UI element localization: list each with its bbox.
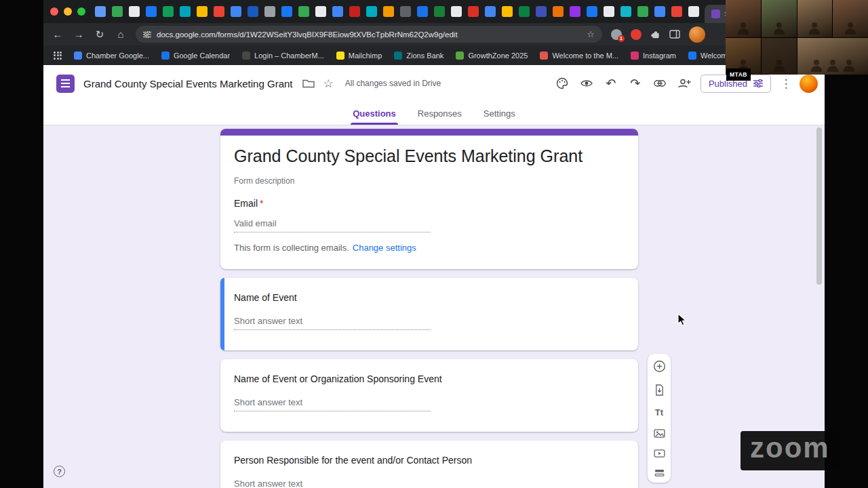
tab-settings[interactable]: Settings <box>475 102 524 125</box>
theme-palette-icon[interactable] <box>550 72 574 95</box>
tab-favicon[interactable] <box>400 6 411 17</box>
question-card[interactable]: Name of Event or Organization Sponsoring… <box>220 359 638 432</box>
bookmark-item[interactable]: Zions Bank <box>394 52 443 60</box>
site-settings-icon[interactable] <box>143 31 151 38</box>
reload-icon[interactable]: ↻ <box>94 28 106 41</box>
tab-favicon[interactable] <box>163 6 174 17</box>
tab-favicon[interactable] <box>146 6 157 17</box>
tab-favicon[interactable] <box>383 6 394 17</box>
tab-favicon[interactable] <box>298 6 309 17</box>
tab-favicon[interactable] <box>214 6 224 17</box>
tab-favicon[interactable] <box>434 6 445 17</box>
tab-favicon[interactable] <box>417 6 428 17</box>
short-answer-field[interactable]: Short answer text <box>234 397 431 411</box>
extension-icon[interactable]: 1 <box>611 29 622 40</box>
form-title[interactable]: Grand County Special Events Marketing Gr… <box>234 146 622 166</box>
tab-favicon[interactable] <box>180 6 191 17</box>
question-card[interactable]: Person Responsible for the event and/or … <box>220 441 638 488</box>
tab-favicon[interactable] <box>281 6 292 17</box>
add-collaborators-icon[interactable] <box>672 72 696 95</box>
tab-favicon[interactable] <box>349 6 360 17</box>
back-icon[interactable]: ← <box>52 28 64 40</box>
forms-logo-icon[interactable] <box>56 75 75 93</box>
question-label[interactable]: Person Responsible for the event and/or … <box>234 455 622 466</box>
video-tile[interactable] <box>762 0 797 37</box>
tab-favicon[interactable] <box>570 6 580 17</box>
short-answer-field[interactable]: Short answer text <box>234 479 431 488</box>
forward-icon[interactable]: → <box>73 28 85 40</box>
address-bar[interactable]: docs.google.com/forms/d/1W22WSeitY3lvqBI… <box>136 26 602 43</box>
bookmark-item[interactable]: GrowthZone 2025 <box>456 52 528 60</box>
question-card[interactable]: Name of Event Short answer text <box>220 278 638 350</box>
copy-link-icon[interactable] <box>648 72 672 95</box>
video-tile[interactable] <box>833 0 868 37</box>
tab-favicon[interactable] <box>502 6 513 17</box>
tab-favicon[interactable] <box>604 6 614 17</box>
url-text[interactable]: docs.google.com/forms/d/1W22WSeitY3lvqBI… <box>157 30 581 39</box>
extensions-puzzle-icon[interactable] <box>650 29 660 39</box>
bookmark-item[interactable]: Welcome to the M... <box>540 52 618 60</box>
tab-favicon[interactable] <box>264 6 275 17</box>
maximize-window-button[interactable] <box>77 7 85 16</box>
add-question-icon[interactable] <box>653 360 666 373</box>
bookmark-item[interactable]: Google Calendar <box>161 52 230 60</box>
tab-favicon[interactable] <box>688 6 699 17</box>
tab-favicon[interactable] <box>366 6 377 17</box>
form-description[interactable]: Form description <box>234 176 622 186</box>
move-folder-icon[interactable] <box>302 79 315 88</box>
redo-icon[interactable]: ↷ <box>623 72 648 95</box>
form-header-card[interactable]: Grand County Special Events Marketing Gr… <box>220 129 638 269</box>
video-tile[interactable] <box>797 38 868 75</box>
add-video-icon[interactable] <box>654 449 665 458</box>
tab-favicon[interactable] <box>451 6 462 17</box>
add-image-icon[interactable] <box>654 429 665 438</box>
preview-eye-icon[interactable] <box>574 72 599 95</box>
account-avatar[interactable] <box>800 75 818 93</box>
tab-favicon[interactable] <box>129 6 140 17</box>
minimize-window-button[interactable] <box>64 7 72 16</box>
bookmark-item[interactable]: Chamber Google... <box>74 52 149 60</box>
short-answer-field[interactable]: Short answer text <box>234 316 431 330</box>
document-title[interactable]: Grand County Special Events Marketing Gr… <box>83 78 292 89</box>
side-panel-icon[interactable] <box>669 30 680 39</box>
email-field[interactable]: Valid email <box>234 218 431 232</box>
video-tile[interactable] <box>797 0 833 37</box>
tab-favicon[interactable] <box>485 6 496 17</box>
tab-favicon[interactable] <box>654 6 665 17</box>
browser-profile-avatar[interactable] <box>689 26 705 43</box>
tab-favicon[interactable] <box>332 6 343 17</box>
tab-favicon[interactable] <box>112 6 123 17</box>
tab-favicon[interactable] <box>553 6 564 17</box>
bookmark-item[interactable]: Mailchimp <box>336 52 382 60</box>
scrollbar-thumb[interactable] <box>816 127 822 285</box>
tab-favicon[interactable] <box>587 6 597 17</box>
tab-questions[interactable]: Questions <box>344 102 405 125</box>
tab-favicon[interactable] <box>671 6 682 17</box>
star-document-icon[interactable]: ☆ <box>323 77 333 91</box>
video-tile[interactable] <box>762 38 797 75</box>
apps-grid-icon[interactable] <box>54 52 62 60</box>
import-questions-icon[interactable] <box>654 384 665 396</box>
help-icon[interactable]: ? <box>54 466 65 477</box>
tab-favicon[interactable] <box>95 6 106 17</box>
adblock-icon[interactable] <box>631 29 642 40</box>
tab-responses[interactable]: Responses <box>409 102 471 125</box>
tab-favicon[interactable] <box>468 6 479 17</box>
bookmark-item[interactable]: Instagram <box>631 52 676 60</box>
question-label[interactable]: Name of Event <box>234 292 622 303</box>
tab-favicon[interactable] <box>197 6 208 17</box>
tab-favicon[interactable] <box>248 6 258 17</box>
bookmark-item[interactable]: Login – ChamberM... <box>242 52 324 60</box>
bookmark-star-icon[interactable]: ☆ <box>587 29 595 39</box>
tab-favicon[interactable] <box>231 6 241 17</box>
tab-favicon[interactable] <box>315 6 326 17</box>
more-options-icon[interactable]: ⋮ <box>780 77 792 91</box>
tab-favicon[interactable] <box>637 6 648 17</box>
tab-favicon[interactable] <box>519 6 530 17</box>
undo-icon[interactable]: ↶ <box>599 72 623 95</box>
add-title-icon[interactable]: Tt <box>655 407 663 418</box>
question-label[interactable]: Name of Event or Organization Sponsoring… <box>234 373 622 384</box>
add-section-icon[interactable] <box>654 469 665 476</box>
tab-favicon[interactable] <box>620 6 631 17</box>
publish-settings-sliders-icon[interactable] <box>753 79 763 87</box>
